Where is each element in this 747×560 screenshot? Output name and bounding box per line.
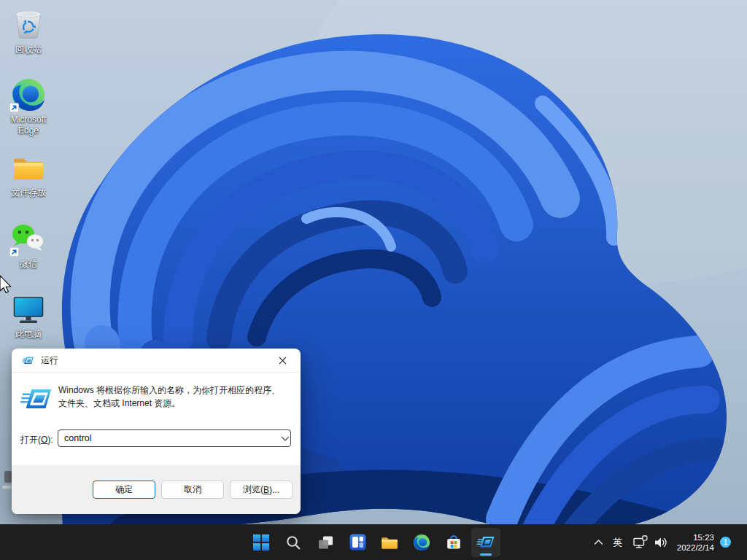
desktop-icon-label: Microsoft Edge — [5, 114, 52, 136]
network-button[interactable] — [632, 528, 649, 557]
store-button[interactable] — [439, 528, 468, 557]
description-line-2: 文件夹、文档或 Internet 资源。 — [58, 397, 280, 411]
ime-indicator[interactable]: 英 — [610, 528, 626, 557]
windows-logo-icon — [253, 534, 269, 551]
desktop-icon-this-pc[interactable]: 此电脑 — [5, 292, 52, 340]
desktop-icon-label: 文件存放 — [5, 187, 52, 198]
chevron-up-icon — [593, 538, 604, 546]
volume-button[interactable] — [652, 528, 670, 557]
start-button[interactable] — [247, 528, 276, 557]
run-command-input[interactable] — [58, 429, 291, 447]
desktop-icon-label: 微信 — [5, 259, 52, 270]
open-label: 打开(O): — [20, 434, 53, 446]
dialog-body: Windows 将根据你所输入的名称，为你打开相应的程序、 文件夹、文档或 In… — [12, 373, 301, 464]
partial-desktop-icon — [2, 467, 12, 494]
desktop-icon-label: 回收站 — [5, 44, 52, 55]
clock[interactable]: 15:23 2022/2/14 — [677, 532, 714, 553]
run-app-button[interactable] — [471, 528, 500, 557]
file-explorer-icon — [380, 533, 399, 552]
file-explorer-button[interactable] — [375, 528, 404, 557]
close-button[interactable] — [270, 351, 295, 369]
notification-badge[interactable]: 1 — [720, 537, 731, 548]
close-icon — [279, 357, 287, 365]
widgets-button[interactable] — [343, 528, 372, 557]
dialog-footer: 确定 取消 浏览(B)... — [12, 465, 301, 514]
wechat-icon — [5, 222, 52, 257]
edge-icon — [5, 77, 52, 112]
folder-icon — [5, 150, 52, 185]
desktop-icon-wechat[interactable]: 微信 — [5, 222, 52, 270]
desktop-icon-recycle-bin[interactable]: 回收站 — [5, 7, 52, 55]
description-line-1: Windows 将根据你所输入的名称，为你打开相应的程序、 — [58, 384, 280, 397]
store-icon — [445, 534, 462, 551]
edge-icon — [413, 534, 430, 551]
dialog-titlebar[interactable]: 运行 — [12, 349, 301, 373]
tray-chevron-button[interactable] — [592, 528, 605, 557]
run-icon — [20, 387, 53, 411]
speaker-icon — [654, 536, 668, 549]
desktop-icon-label: 此电脑 — [5, 329, 52, 340]
cancel-button[interactable]: 取消 — [161, 481, 224, 499]
run-icon — [476, 535, 495, 549]
ok-button[interactable]: 确定 — [93, 481, 155, 499]
date: 2022/2/14 — [677, 542, 714, 553]
monitor-icon — [5, 292, 52, 327]
desktop-icon-file-storage[interactable]: 文件存放 — [5, 150, 52, 198]
taskbar: 英 15:23 2022/2/14 1 — [0, 524, 747, 560]
shortcut-arrow-icon — [9, 103, 19, 112]
dialog-description: Windows 将根据你所输入的名称，为你打开相应的程序、 文件夹、文档或 In… — [58, 384, 280, 410]
mouse-cursor — [0, 275, 12, 295]
run-icon — [22, 356, 34, 365]
desktop: 回收站 Microsoft Edge — [0, 0, 747, 560]
time: 15:23 — [677, 532, 714, 542]
desktop-icon-microsoft-edge[interactable]: Microsoft Edge — [5, 77, 52, 136]
recycle-bin-icon — [5, 7, 52, 42]
task-view-icon — [317, 534, 334, 551]
edge-button[interactable] — [407, 528, 436, 557]
widgets-icon — [349, 534, 366, 551]
run-dialog: 运行 Windows 将根据你所输入的名称，为你打开相应的程序、 文件夹、文档或… — [12, 349, 301, 514]
ethernet-icon — [632, 535, 648, 549]
search-button[interactable] — [279, 528, 308, 557]
dialog-title: 运行 — [41, 354, 58, 367]
task-view-button[interactable] — [311, 528, 340, 557]
browse-button[interactable]: 浏览(B)... — [230, 481, 293, 499]
search-icon — [285, 534, 302, 551]
shortcut-arrow-icon — [9, 247, 19, 257]
